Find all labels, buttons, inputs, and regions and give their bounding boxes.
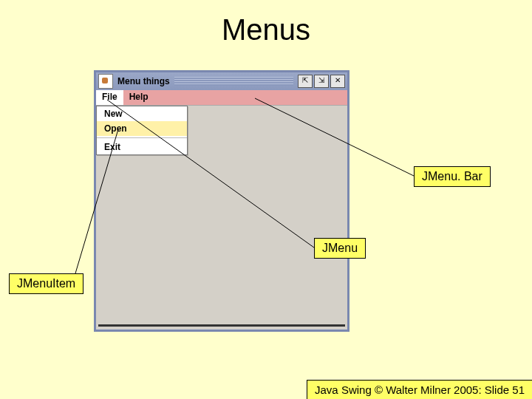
window-titlebar: Menu things ⇱ ⇲ ✕: [96, 72, 347, 90]
annot-jmenuitem: JMenuItem: [9, 273, 83, 294]
menu-bar: File Help: [96, 90, 347, 106]
annot-jmenu: JMenu: [314, 238, 366, 259]
menuitem-exit[interactable]: Exit: [97, 140, 187, 154]
file-dropdown: New Open Exit: [96, 106, 188, 155]
menuitem-open[interactable]: Open: [97, 121, 187, 136]
menuitem-new[interactable]: New: [97, 106, 187, 121]
menu-help[interactable]: Help: [123, 90, 154, 105]
statusbar-stub: [98, 324, 345, 327]
menu-file[interactable]: File: [96, 90, 123, 105]
minimize-button[interactable]: ⇱: [298, 75, 313, 88]
titlebar-drag-strip: [174, 77, 293, 86]
java-window: Menu things ⇱ ⇲ ✕ File Help New Open Exi…: [94, 70, 349, 332]
slide-footer: Java Swing © Walter Milner 2005: Slide 5…: [307, 380, 532, 399]
java-icon: [98, 74, 113, 89]
window-content: New Open Exit: [96, 106, 347, 329]
slide-title: Menus: [0, 13, 532, 47]
window-title: Menu things: [117, 76, 170, 86]
window-control-buttons: ⇱ ⇲ ✕: [298, 75, 345, 88]
maximize-button[interactable]: ⇲: [314, 75, 329, 88]
close-button[interactable]: ✕: [330, 75, 345, 88]
annot-jmenubar: JMenu. Bar: [414, 166, 491, 187]
menu-separator: [97, 137, 187, 138]
